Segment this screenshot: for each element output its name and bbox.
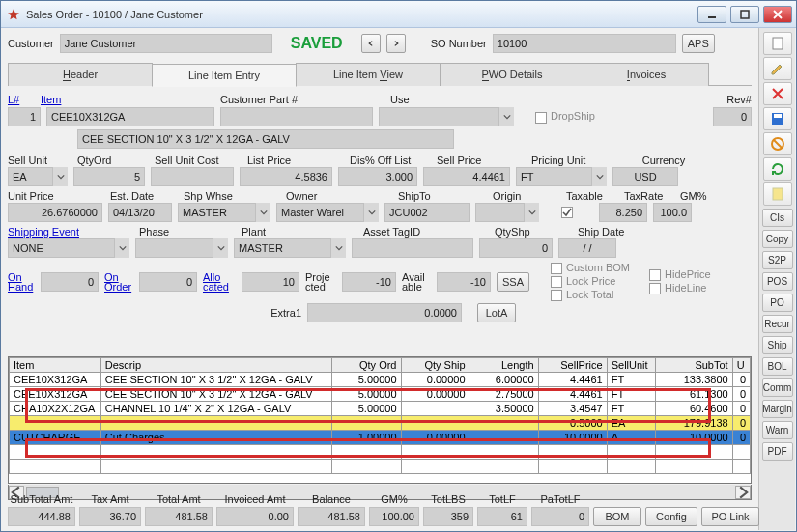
col-len[interactable]: Length [470, 358, 538, 373]
delete-icon[interactable] [763, 82, 792, 105]
col-u[interactable]: U [732, 358, 750, 373]
col-qship[interactable]: Qty Ship [401, 358, 470, 373]
save-icon[interactable] [763, 107, 792, 130]
col-su[interactable]: SellUnit [607, 358, 656, 373]
next-button[interactable] [386, 34, 406, 53]
extra-field[interactable]: 0.0000 [307, 303, 462, 322]
side-pos[interactable]: POS [762, 272, 793, 291]
use-dropdown[interactable] [379, 107, 514, 126]
shipto-field[interactable]: JCU002 [384, 203, 470, 222]
col-sp[interactable]: SellPrice [538, 358, 607, 373]
col-desc[interactable]: Descrip [100, 358, 332, 373]
tab-invoices[interactable]: Invoices [584, 63, 709, 86]
minimize-button[interactable] [697, 6, 726, 23]
new-icon[interactable] [763, 32, 792, 55]
side-margin[interactable]: Margin [762, 400, 793, 418]
lota-button[interactable]: LotA [477, 303, 516, 322]
origin-dd[interactable] [475, 203, 539, 222]
side-comm[interactable]: Comm [762, 378, 793, 397]
onhand-link[interactable]: On Hand [8, 272, 35, 292]
side-pdf[interactable]: PDF [762, 442, 793, 461]
lnum-field[interactable]: 1 [8, 107, 41, 126]
bom-button[interactable]: BOM [593, 507, 641, 526]
config-button[interactable]: Config [645, 507, 697, 526]
bal-label: Balance [298, 493, 365, 505]
side-warn[interactable]: Warn [762, 421, 793, 439]
gm-label: GM% [680, 190, 707, 202]
curr-field[interactable]: USD [612, 167, 678, 186]
punit-dd[interactable]: FT [516, 167, 607, 186]
qtyord-field[interactable]: 5 [73, 167, 145, 186]
shipdate-field[interactable]: / / [558, 238, 616, 258]
sellunit-label: Sell Unit [8, 154, 47, 166]
lnum-link[interactable]: L# [8, 94, 19, 105]
item-link[interactable]: Item [41, 94, 61, 105]
hideprice-check[interactable]: HidePrice [649, 268, 711, 281]
shevent-link[interactable]: Shipping Event [8, 226, 79, 238]
table-row[interactable]: 0.5000EA179.91380 [10, 416, 751, 431]
gm-field[interactable]: 100.0 [653, 203, 692, 222]
side-ship[interactable]: Ship [762, 336, 793, 354]
refresh-icon[interactable] [763, 157, 792, 181]
customer-field[interactable]: Jane Customer [60, 34, 272, 53]
table-row[interactable]: CHA10X2X12GACHANNEL 10 1/4" X 2" X 12GA … [10, 402, 751, 416]
sellprice-field[interactable]: 4.4461 [423, 167, 510, 186]
plant-dd[interactable]: MASTER [234, 238, 346, 258]
phase-dd[interactable] [135, 238, 228, 258]
ssa-button[interactable]: SSA [497, 272, 529, 292]
col-sub[interactable]: SubTot [656, 358, 732, 373]
aps-button[interactable]: APS [682, 34, 715, 53]
desc-field[interactable]: CEE SECTION 10" X 3 1/2" X 12GA - GALV [77, 129, 454, 149]
close-button[interactable] [763, 6, 792, 23]
qtyshp-field[interactable]: 0 [479, 238, 553, 258]
whse-dd[interactable]: MASTER [178, 203, 270, 222]
table-row[interactable]: CEE10X312GACEE SECTION 10" X 3 1/2" X 12… [10, 373, 751, 387]
line-items-grid[interactable]: Item Descrip Qty Ord Qty Ship Length Sel… [8, 356, 752, 484]
edit-icon[interactable] [763, 57, 792, 80]
list-field[interactable]: 4.5836 [240, 167, 332, 186]
maximize-button[interactable] [730, 6, 759, 23]
side-copy[interactable]: Copy [762, 230, 793, 248]
shevent-dd[interactable]: NONE [8, 238, 129, 258]
tab-line-item-view[interactable]: Line Item View [296, 63, 441, 86]
side-po[interactable]: PO [762, 294, 793, 312]
cancel-icon[interactable] [763, 132, 792, 155]
sellunit-dd[interactable]: EA [8, 167, 68, 186]
taxable-check[interactable] [545, 207, 593, 218]
sub-label: SubTotal Amt [8, 493, 75, 505]
col-item[interactable]: Item [10, 358, 101, 373]
tab-line-item-entry[interactable]: Line Item Entry [152, 64, 297, 87]
asset-field[interactable] [352, 238, 473, 258]
suc-field[interactable] [151, 167, 234, 186]
side-cis[interactable]: CIs [762, 209, 793, 227]
lockprice-check[interactable]: Lock Price [551, 275, 630, 288]
dropship-check[interactable]: DropShip [535, 110, 595, 123]
customer-label: Customer [8, 38, 54, 49]
polink-button[interactable]: PO Link [701, 507, 759, 526]
uprice-field[interactable]: 26.6760000 [8, 203, 102, 222]
tot-label: Total Amt [145, 493, 213, 505]
custombom-check[interactable]: Custom BOM [551, 262, 630, 274]
tab-pwo-details[interactable]: PWO Details [440, 63, 584, 86]
cpart-field[interactable] [220, 107, 373, 126]
side-bol[interactable]: BOL [762, 357, 793, 376]
hideline-check[interactable]: HideLine [649, 282, 711, 294]
note-icon[interactable] [763, 182, 792, 206]
side-recur[interactable]: Recur [762, 315, 793, 333]
onorder-link[interactable]: On Order [104, 272, 133, 292]
locktotal-check[interactable]: Lock Total [551, 289, 630, 301]
so-field[interactable]: 10100 [493, 34, 676, 53]
prev-button[interactable] [361, 34, 381, 53]
table-row[interactable]: CUTCHARGECut Charges1.000000.0000010.000… [10, 431, 751, 445]
col-qord[interactable]: Qty Ord [332, 358, 401, 373]
tab-header[interactable]: Header [8, 63, 153, 86]
edate-field[interactable]: 04/13/20 [108, 203, 172, 222]
owner-dd[interactable]: Master Warel [276, 203, 379, 222]
disc-field[interactable]: 3.000 [338, 167, 417, 186]
rev-field[interactable]: 0 [713, 107, 752, 126]
rate-field[interactable]: 8.250 [599, 203, 647, 222]
item-field[interactable]: CEE10X312GA [46, 107, 214, 126]
table-row[interactable]: CEE10X312GACEE SECTION 10" X 3 1/2" X 12… [10, 387, 751, 402]
side-s2p[interactable]: S2P [762, 251, 793, 269]
alloc-link[interactable]: Allo cated [203, 272, 236, 292]
